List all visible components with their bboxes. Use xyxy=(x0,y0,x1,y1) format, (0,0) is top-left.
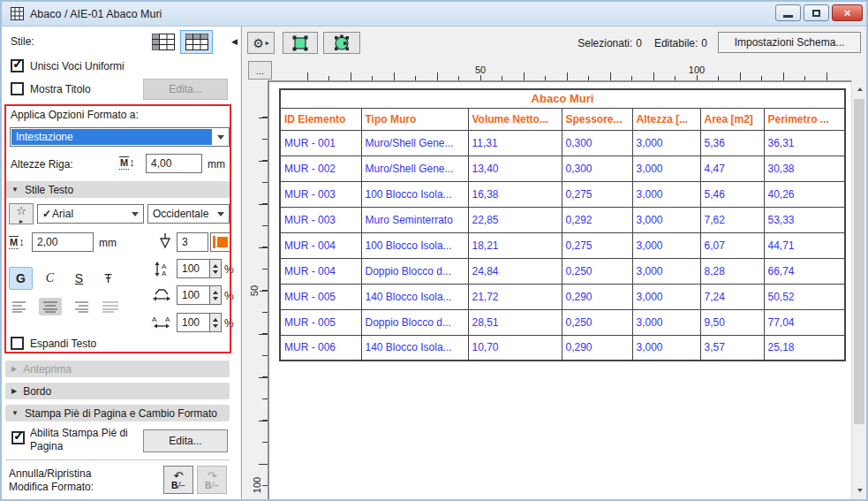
table-cell[interactable]: Doppio Blocco d... xyxy=(361,258,468,284)
style-rowheader-button[interactable] xyxy=(147,30,178,54)
table-cell[interactable]: 0,290 xyxy=(562,335,632,361)
table-cell[interactable]: Muro Seminterrato xyxy=(361,207,468,232)
table-cell[interactable]: MUR - 001 xyxy=(280,130,361,156)
table-cell[interactable]: 25,18 xyxy=(764,335,845,361)
table-cell[interactable]: MUR - 006 xyxy=(280,335,361,361)
align-right-button[interactable] xyxy=(69,298,92,315)
table-cell[interactable]: 3,000 xyxy=(632,156,700,181)
anteprima-section-header[interactable]: ▶ Anteprima xyxy=(5,361,230,377)
table-cell[interactable]: MUR - 005 xyxy=(280,309,361,335)
table-cell[interactable]: 7,62 xyxy=(700,207,764,232)
bold-button[interactable]: G xyxy=(9,267,33,290)
table-cell[interactable]: 0,250 xyxy=(562,258,632,284)
table-cell[interactable]: 6,07 xyxy=(700,232,764,258)
table-cell[interactable]: MUR - 004 xyxy=(280,258,361,284)
table-cell[interactable]: 22,85 xyxy=(468,207,562,232)
table-cell[interactable]: 16,38 xyxy=(468,181,562,207)
table-cell[interactable]: 5,36 xyxy=(700,130,764,156)
table-cell[interactable]: 3,000 xyxy=(632,232,700,258)
table-cell[interactable]: 140 Blocco Isola... xyxy=(361,284,468,309)
spacing-factor-spinner[interactable] xyxy=(210,313,222,332)
stampa-section-header[interactable]: ▼ Stampa Piè di Pagina e Cambio Formato xyxy=(5,405,230,421)
table-cell[interactable]: MUR - 002 xyxy=(280,156,361,181)
table-cell[interactable]: 0,300 xyxy=(562,156,632,181)
table-cell[interactable]: 10,70 xyxy=(468,335,562,361)
column-header[interactable]: Area [m2] xyxy=(700,108,764,130)
underline-button[interactable]: S xyxy=(67,267,91,290)
table-cell[interactable]: 4,47 xyxy=(700,156,764,181)
vertical-scrollbar[interactable] xyxy=(851,80,866,499)
edita-pie-pagina-button[interactable]: Edita... xyxy=(143,429,228,452)
scrollbar-thumb[interactable] xyxy=(854,99,864,424)
table-cell[interactable]: MUR - 003 xyxy=(280,207,361,232)
unisci-checkbox[interactable]: ✓ xyxy=(11,59,24,72)
strikethrough-button[interactable]: Ŧ xyxy=(96,267,120,290)
table-cell[interactable]: 3,000 xyxy=(632,130,700,156)
table-cell[interactable]: 44,71 xyxy=(764,232,845,258)
collapse-panel-arrow-icon[interactable]: ◀ xyxy=(231,37,238,46)
undo-format-button[interactable]: ↶ B/− xyxy=(163,466,193,494)
table-cell[interactable]: 3,000 xyxy=(632,335,700,361)
table-cell[interactable]: MUR - 003 xyxy=(280,181,361,207)
titlebar[interactable]: Abaco / AIE-01 Abaco Muri × xyxy=(2,2,866,27)
table-cell[interactable]: 3,000 xyxy=(632,284,700,309)
table-cell[interactable]: 7,24 xyxy=(700,284,764,309)
table-cell[interactable]: 21,72 xyxy=(468,284,562,309)
stile-testo-section-header[interactable]: ▼ Stile Testo xyxy=(5,181,230,198)
vertical-ruler[interactable]: 50 100 xyxy=(248,80,268,499)
table-cell[interactable]: MUR - 004 xyxy=(280,232,361,258)
style-colheader-button[interactable] xyxy=(180,30,213,54)
table-cell[interactable]: 53,33 xyxy=(764,207,845,232)
table-cell[interactable]: 3,000 xyxy=(632,181,700,207)
preview-settings-button[interactable]: ⚙ ▸ xyxy=(247,32,275,54)
horizontal-ruler[interactable]: 50 100 xyxy=(275,61,843,80)
table-cell[interactable]: 0,275 xyxy=(562,232,632,258)
table-cell[interactable]: 40,26 xyxy=(764,181,845,207)
schedule-canvas[interactable]: Abaco MuriID ElementoTipo MuroVolume Net… xyxy=(268,80,851,499)
table-cell[interactable]: 3,000 xyxy=(632,309,700,335)
table-cell[interactable]: 3,000 xyxy=(632,258,700,284)
column-header[interactable]: ID Elemento xyxy=(280,108,361,130)
text-height-input[interactable]: 2,00 xyxy=(32,232,94,252)
edita-titolo-button[interactable]: Edita... xyxy=(143,79,228,100)
table-cell[interactable]: 0,250 xyxy=(562,309,632,335)
table-cell[interactable]: 0,300 xyxy=(562,130,632,156)
formato-target-dropdown[interactable]: Intestazione xyxy=(10,127,230,147)
table-cell[interactable]: MUR - 005 xyxy=(280,284,361,309)
table-cell[interactable]: 100 Blocco Isola... xyxy=(361,181,468,207)
espandi-testo-checkbox[interactable] xyxy=(11,337,24,350)
minimize-button[interactable] xyxy=(775,4,801,21)
table-cell[interactable]: Muro/Shell Gene... xyxy=(361,156,468,181)
spacing-factor-input[interactable]: 100 xyxy=(177,313,210,332)
table-cell[interactable]: 5,46 xyxy=(700,181,764,207)
scroll-up-button[interactable] xyxy=(852,80,867,95)
table-cell[interactable]: 66,74 xyxy=(764,258,845,284)
pen-color-button[interactable] xyxy=(210,232,230,252)
table-cell[interactable]: 11,31 xyxy=(468,130,562,156)
table-cell[interactable]: Muro/Shell Gene... xyxy=(361,130,468,156)
align-center-button[interactable] xyxy=(39,298,62,315)
table-cell[interactable]: 3,000 xyxy=(632,207,700,232)
column-header[interactable]: Spessore... xyxy=(562,108,632,130)
column-header[interactable]: Altezza [... xyxy=(632,108,700,130)
width-factor-input[interactable]: 100 xyxy=(177,285,210,305)
table-cell[interactable]: Doppio Blocco d... xyxy=(361,309,468,335)
column-header[interactable]: Volume Netto... xyxy=(468,108,562,130)
column-header[interactable]: Perimetro ... xyxy=(764,108,845,130)
encoding-dropdown[interactable]: Occidentale xyxy=(147,204,230,224)
table-cell[interactable]: 24,84 xyxy=(468,258,562,284)
mostra-titolo-checkbox[interactable] xyxy=(11,82,24,95)
table-cell[interactable]: 18,21 xyxy=(468,232,562,258)
align-left-button[interactable] xyxy=(9,298,32,315)
width-factor-spinner[interactable] xyxy=(210,285,222,305)
select-area-button[interactable] xyxy=(283,32,318,54)
table-cell[interactable]: 28,51 xyxy=(468,309,562,335)
close-button[interactable]: × xyxy=(832,4,863,21)
column-header[interactable]: Tipo Muro xyxy=(361,108,468,130)
font-dropdown[interactable]: ✓Arial xyxy=(37,204,144,224)
ruler-options-button[interactable]: ... xyxy=(248,61,272,80)
table-cell[interactable]: 0,290 xyxy=(562,284,632,309)
pen-number-input[interactable]: 3 xyxy=(177,232,208,252)
select-element-button[interactable] xyxy=(323,32,360,54)
table-cell[interactable]: 30,38 xyxy=(764,156,845,181)
